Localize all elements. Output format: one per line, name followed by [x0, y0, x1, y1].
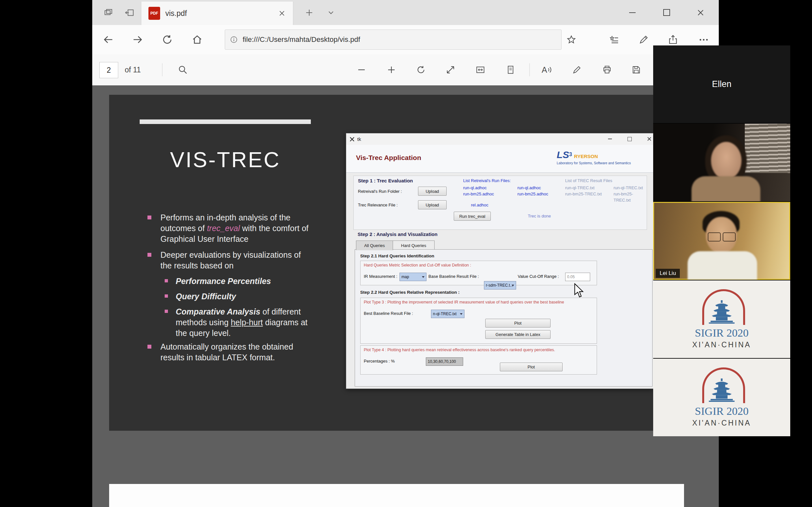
metric-box-heading: Hard Queries Metric Selection and Cut-Of…: [364, 263, 471, 268]
app-header: Vis-Trec Application LS3RYERSON Laborato…: [346, 145, 654, 173]
sub-bullet-marker: [165, 279, 168, 282]
refresh-button[interactable]: [160, 33, 174, 47]
bullet-marker: [147, 253, 151, 257]
plot4-button[interactable]: Plot: [500, 362, 563, 371]
step1-title: Step 1 : Trec Evaluation: [358, 178, 413, 183]
mouse-cursor: [573, 283, 584, 299]
zoom-out-icon[interactable]: [354, 63, 369, 77]
slide-sub-bullet-3: Comparative Analysis of different method…: [176, 306, 309, 339]
bullet-highlight: trec_eval: [207, 224, 240, 233]
tk-window-title: tk: [357, 136, 361, 142]
read-aloud-icon[interactable]: A: [540, 63, 554, 77]
best-baseline-dropdown[interactable]: n-ql-TREC.txt: [431, 309, 464, 318]
tab-list-chevron-icon[interactable]: [323, 5, 339, 20]
tk-maximize-button[interactable]: [622, 133, 637, 145]
plot3-button[interactable]: Plot: [485, 319, 551, 328]
close-button[interactable]: [689, 0, 713, 25]
step2-title: Step 2 : Analysis and Visualization: [358, 231, 438, 237]
pdf-toolbar: 2 of 11: [92, 54, 719, 86]
annotate-pen-icon[interactable]: [637, 33, 651, 47]
forward-button[interactable]: [131, 33, 145, 47]
toolbar-divider: [529, 63, 530, 76]
set-tabs-aside-icon[interactable]: [122, 5, 137, 20]
ir-measurement-dropdown[interactable]: map: [400, 273, 426, 281]
glasses-icon: [708, 232, 721, 241]
browser-tab[interactable]: PDF vis.pdf: [141, 2, 293, 25]
glasses-icon: [723, 232, 736, 241]
participant-tile-sigir-logo[interactable]: SIGIR 2020 XI'AN·CHINA: [653, 359, 790, 436]
run-trec-eval-button[interactable]: Run trec_eval: [454, 212, 491, 221]
tk-minimize-button[interactable]: [603, 133, 617, 145]
participant-video-face: [711, 142, 742, 179]
save-icon[interactable]: [629, 63, 644, 77]
tk-titlebar[interactable]: tk: [346, 133, 654, 145]
fit-width-icon[interactable]: [473, 63, 488, 77]
slide-bullet-1: Performs an in-depth analysis of the out…: [160, 212, 310, 244]
base-baseline-dropdown[interactable]: r-sdm-TREC.t...: [484, 281, 516, 289]
relevance-file-label: Trec Relevance File :: [358, 203, 398, 208]
maximize-button[interactable]: [655, 0, 678, 25]
tab-all-queries[interactable]: All Queries: [356, 240, 393, 250]
tab-preview-icon[interactable]: [101, 5, 116, 20]
rotate-icon[interactable]: [414, 63, 428, 77]
page-count-label: of 11: [125, 54, 141, 86]
upload-relevance-button[interactable]: Upload: [418, 200, 447, 209]
logo-ryerson: RYERSON: [574, 154, 598, 159]
print-icon[interactable]: [600, 63, 614, 77]
new-tab-button[interactable]: [302, 5, 317, 20]
logo-tagline: Laboratory for Systems, Software and Sem…: [557, 161, 651, 165]
plot3-heading: Plot Type 3 : Plotting the improvement o…: [364, 300, 564, 304]
participant-tile-sigir-logo[interactable]: SIGIR 2020 XI'AN·CHINA: [653, 280, 790, 358]
participant-tile-ellen[interactable]: Ellen: [653, 46, 790, 123]
logo-sup: 3: [569, 152, 572, 157]
bullet-marker: [147, 345, 151, 349]
generate-latex-button[interactable]: Generate Table in Latex: [485, 330, 551, 339]
participant-tile-video[interactable]: [653, 124, 790, 201]
window-blinds-background: [745, 124, 790, 173]
address-url[interactable]: file:///C:/Users/mahta/Desktop/vis.pdf: [243, 36, 360, 44]
slide-accent-bar: [140, 119, 311, 124]
cutoff-range-label: Value Cut-Off Range :: [518, 274, 559, 279]
address-bar[interactable]: file:///C:/Users/mahta/Desktop/vis.pdf: [225, 30, 562, 50]
tab-close-icon[interactable]: [276, 7, 288, 19]
minimize-button[interactable]: [620, 0, 645, 25]
share-icon[interactable]: [666, 33, 680, 47]
pdf-viewport[interactable]: VIS-TREC Performs an in-depth analysis o…: [92, 86, 719, 507]
pdf-file-icon: PDF: [148, 7, 160, 20]
relevance-file-value: rel.adhoc: [471, 203, 488, 208]
percentages-input[interactable]: 10,30,60,70,100: [426, 357, 463, 366]
add-favorite-star-icon[interactable]: [564, 33, 578, 47]
plot4-heading: Plot Type 4 : Plotting hard queries mean…: [364, 348, 555, 352]
participant-tile-lei-liu[interactable]: Lei Liu: [653, 202, 790, 279]
tk-logo-icon: [350, 137, 355, 142]
slide-bullet-3: Automatically organizes the obtained res…: [160, 341, 310, 363]
page-info-icon[interactable]: [230, 36, 238, 44]
slide-bullet-2: Deeper evaluations by visualizations of …: [160, 249, 310, 271]
tab-title: vis.pdf: [165, 9, 187, 18]
sigir-title: SIGIR 2020: [695, 327, 748, 339]
sigir-pagoda-icon: [707, 379, 736, 402]
run-files-list-2: run-ql.adhoc run-bm25.adhoc: [517, 185, 548, 197]
tab-hard-queries[interactable]: Hard Queries: [393, 240, 435, 250]
percentages-label: Percentages : %: [364, 359, 395, 363]
base-baseline-label: Base Baseline Result File :: [428, 274, 479, 279]
participant-name-badge: Lei Liu: [656, 269, 680, 278]
fullscreen-icon[interactable]: [443, 63, 458, 77]
back-button[interactable]: [101, 33, 115, 47]
participant-video-body: [688, 251, 757, 279]
home-button[interactable]: [190, 33, 204, 47]
zoom-in-icon[interactable]: [384, 63, 399, 77]
favorites-hub-icon[interactable]: [607, 33, 621, 47]
sub-bullet-marker: [165, 294, 168, 298]
sigir-location: XI'AN·CHINA: [692, 419, 751, 428]
vis-trec-app-window: tk Vis-Trec Application LS3RYERSON Labor…: [346, 133, 654, 389]
page-layout-icon[interactable]: [503, 63, 518, 77]
search-icon[interactable]: [176, 63, 190, 77]
sigir-logo: [696, 368, 748, 402]
page-number-input[interactable]: 2: [99, 62, 118, 78]
slide-page: VIS-TREC Performs an in-depth analysis o…: [109, 95, 684, 431]
settings-ellipsis-icon[interactable]: [696, 33, 711, 47]
upload-run-folder-button[interactable]: Upload: [418, 187, 447, 196]
cutoff-range-input[interactable]: 0.05: [565, 273, 590, 281]
ink-pen-icon[interactable]: [570, 63, 584, 77]
